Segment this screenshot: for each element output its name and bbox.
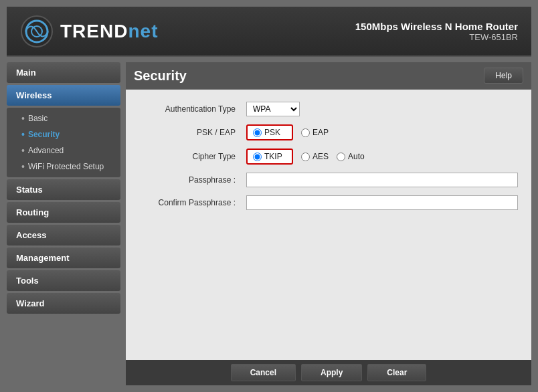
product-info: 150Mbps Wireless N Home Router TEW-651BR (355, 21, 518, 42)
content-panel: Security Help Authentication Type WPA WP… (126, 62, 531, 385)
sidebar-item-wireless[interactable]: Wireless (7, 85, 120, 106)
tkip-label: TKIP (264, 152, 282, 161)
auth-type-label: Authentication Type (134, 98, 241, 120)
wireless-submenu: Basic Security Advanced WiFi Protected S… (7, 108, 120, 177)
auto-label: Auto (348, 152, 365, 161)
sidebar-subitem-advanced[interactable]: Advanced (7, 142, 120, 159)
panel-header: Security Help (126, 62, 531, 90)
passphrase-label: Passphrase : (134, 169, 241, 191)
sidebar-item-tools[interactable]: Tools (7, 270, 120, 291)
psk-radio[interactable] (253, 128, 262, 137)
help-button[interactable]: Help (484, 68, 523, 84)
product-model: TEW-651BR (355, 32, 518, 42)
clear-button[interactable]: Clear (367, 364, 426, 381)
sidebar-item-access[interactable]: Access (7, 225, 120, 246)
buttons-row: Cancel Apply Clear (126, 360, 531, 385)
product-name: 150Mbps Wireless N Home Router (355, 21, 518, 32)
tkip-radio[interactable] (253, 153, 262, 161)
eap-option[interactable]: EAP (301, 128, 329, 137)
cipher-type-row: Cipher Type TKIP (134, 144, 523, 169)
logo-trend: TREND (60, 21, 128, 41)
sidebar-subitem-security[interactable]: Security (7, 126, 120, 142)
sidebar-subitem-wifi-protected[interactable]: WiFi Protected Setup (7, 159, 120, 175)
aes-label: AES (312, 152, 329, 161)
tkip-option[interactable]: TKIP (253, 152, 282, 161)
confirm-passphrase-input[interactable] (246, 195, 518, 210)
psk-eap-group: PSK EAP (246, 124, 518, 140)
psk-highlight-box: PSK (246, 124, 293, 140)
auth-type-row: Authentication Type WPA WPA2 WEP (134, 98, 523, 120)
cipher-type-label: Cipher Type (134, 144, 241, 169)
main-content: Main Wireless Basic Security Advanced Wi… (7, 57, 531, 385)
header: TRENDnet 150Mbps Wireless N Home Router … (7, 7, 531, 57)
sidebar-item-wizard[interactable]: Wizard (7, 293, 120, 314)
sidebar-item-management[interactable]: Management (7, 248, 120, 268)
logo-net: net (128, 21, 158, 41)
psk-option[interactable]: PSK (253, 128, 280, 137)
passphrase-row: Passphrase : (134, 169, 523, 191)
auto-radio[interactable] (337, 153, 345, 161)
cipher-type-group: TKIP AES Auto (246, 149, 518, 165)
page-title: Security (134, 68, 187, 84)
cancel-button[interactable]: Cancel (231, 364, 296, 381)
tkip-highlight-box: TKIP (246, 149, 293, 165)
confirm-passphrase-row: Confirm Passphrase : (134, 191, 523, 214)
sidebar-item-routing[interactable]: Routing (7, 202, 120, 223)
auth-type-select[interactable]: WPA WPA2 WEP (246, 102, 300, 116)
aes-radio[interactable] (301, 153, 310, 161)
psk-eap-label: PSK / EAP (134, 120, 241, 144)
form-area: Authentication Type WPA WPA2 WEP (126, 90, 531, 360)
aes-option[interactable]: AES (301, 152, 329, 161)
sidebar-item-main[interactable]: Main (7, 62, 120, 83)
sidebar: Main Wireless Basic Security Advanced Wi… (7, 62, 120, 385)
security-form-table: Authentication Type WPA WPA2 WEP (134, 98, 523, 214)
eap-radio[interactable] (301, 128, 310, 137)
apply-button[interactable]: Apply (301, 364, 362, 381)
auto-option[interactable]: Auto (337, 152, 365, 161)
eap-label: EAP (312, 128, 329, 137)
passphrase-input[interactable] (246, 173, 518, 187)
trendnet-logo-icon (20, 15, 54, 48)
confirm-passphrase-label: Confirm Passphrase : (134, 191, 241, 214)
psk-eap-row: PSK / EAP PSK (134, 120, 523, 144)
logo-area: TRENDnet (20, 15, 158, 48)
logo-text: TRENDnet (60, 21, 158, 42)
sidebar-subitem-basic[interactable]: Basic (7, 110, 120, 126)
sidebar-item-status[interactable]: Status (7, 179, 120, 200)
psk-label: PSK (264, 128, 280, 137)
